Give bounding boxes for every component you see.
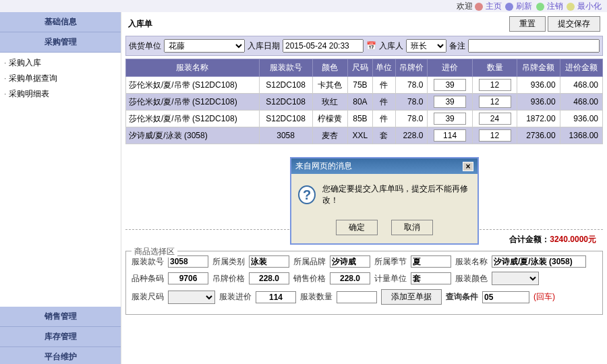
welcome-text: 欢迎 bbox=[457, 1, 473, 11]
refresh-icon bbox=[505, 3, 513, 11]
sidebar-item-purchase-detail[interactable]: 采购明细表 bbox=[0, 86, 121, 102]
minimize-icon bbox=[567, 3, 575, 11]
confirm-dialog: 来自网页的消息 × ? 您确定要提交入库单吗，提交后不能再修改！ 确定 取消 bbox=[290, 157, 479, 245]
logout-icon bbox=[536, 3, 544, 11]
sidebar-section-stock[interactable]: 库存管理 bbox=[0, 327, 121, 347]
sidebar-item-purchase-in[interactable]: 采购入库 bbox=[0, 55, 121, 71]
dialog-message: 您确定要提交入库单吗，提交后不能再修改！ bbox=[322, 183, 471, 206]
link-logout[interactable]: 注销 bbox=[547, 1, 563, 11]
sidebar-section-basic[interactable]: 基础信息 bbox=[0, 12, 121, 32]
link-refresh[interactable]: 刷新 bbox=[516, 1, 532, 11]
link-minimize[interactable]: 最小化 bbox=[577, 1, 602, 11]
dialog-ok-button[interactable]: 确定 bbox=[336, 220, 378, 235]
question-icon: ? bbox=[298, 185, 316, 204]
dialog-cancel-button[interactable]: 取消 bbox=[391, 220, 433, 235]
sidebar-section-platform[interactable]: 平台维护 bbox=[0, 347, 121, 364]
sidebar-section-sales[interactable]: 销售管理 bbox=[0, 307, 121, 327]
link-home[interactable]: 主页 bbox=[486, 1, 502, 11]
topbar: 欢迎 主页 刷新 注销 最小化 bbox=[0, 0, 607, 12]
content: 入库单 重置 提交保存 供货单位 花藤 入库日期 📅 入库人 班长 备注 服装名… bbox=[121, 12, 607, 364]
close-icon[interactable]: × bbox=[463, 162, 473, 171]
sidebar-section-purchase[interactable]: 采购管理 bbox=[0, 32, 121, 53]
home-icon bbox=[475, 3, 483, 11]
dialog-title: 来自网页的消息 bbox=[295, 160, 352, 172]
dialog-mask: 来自网页的消息 × ? 您确定要提交入库单吗，提交后不能再修改！ 确定 取消 bbox=[121, 12, 607, 364]
sidebar-item-purchase-query[interactable]: 采购单据查询 bbox=[0, 71, 121, 86]
sidebar: 基础信息 采购管理 采购入库 采购单据查询 采购明细表 销售管理 库存管理 平台… bbox=[0, 12, 121, 364]
